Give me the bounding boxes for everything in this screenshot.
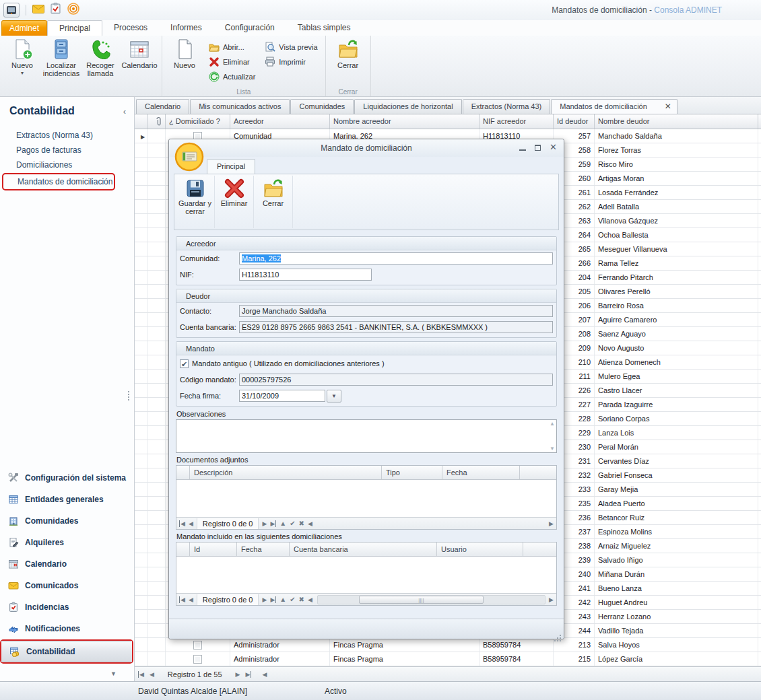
- first-record-icon[interactable]: ◀: [179, 596, 185, 603]
- sidebar-item-comunicados[interactable]: Comunicados: [0, 575, 134, 596]
- scroll-down-icon[interactable]: ▼: [550, 446, 555, 452]
- prev-record-icon[interactable]: ◀: [150, 671, 154, 678]
- next-record-icon[interactable]: ▶: [262, 520, 267, 527]
- doc-tab-extractos[interactable]: Extractos (Norma 43): [463, 99, 551, 114]
- col-domiciliado[interactable]: ¿ Domiciliado ?: [166, 114, 230, 129]
- recoger-llamada-button[interactable]: Recoger llamada: [81, 37, 120, 85]
- tab-close-icon[interactable]: ✕: [665, 100, 671, 114]
- scrollbar-thumb[interactable]: [359, 596, 484, 604]
- sidebar-splitter-handle[interactable]: [128, 391, 129, 392]
- dialog-tab-principal[interactable]: Principal: [207, 159, 255, 174]
- insert-record-icon[interactable]: ▲: [279, 520, 286, 527]
- doc-col-fecha[interactable]: Fecha: [442, 466, 520, 479]
- last-record-icon[interactable]: ▶: [270, 596, 276, 603]
- cuenta-bancaria-field[interactable]: ES29 0128 8975 2665 9863 2541 - BANKINTE…: [239, 321, 553, 333]
- abrir-button[interactable]: Abrir...: [207, 41, 257, 53]
- dom-col-id[interactable]: Id: [190, 542, 237, 556]
- commit-icon[interactable]: ✔: [290, 596, 295, 603]
- scroll-left-icon[interactable]: ◀: [308, 520, 312, 527]
- table-row[interactable]: Administrador Fincas Pragma B58959784 21…: [135, 652, 761, 666]
- dom-col-usuario[interactable]: Usuario: [437, 542, 523, 556]
- commit-icon[interactable]: ✔: [290, 520, 295, 527]
- col-nombre-deudor[interactable]: Nombre deudor: [595, 114, 758, 129]
- broadcast-icon[interactable]: [67, 2, 80, 18]
- imprimir-button[interactable]: Imprimir: [263, 56, 319, 67]
- mandato-antiguo-checkbox[interactable]: ✔: [180, 359, 189, 368]
- table-row[interactable]: Administrador Fincas Pragma B58959784 21…: [135, 638, 761, 652]
- eliminar-button[interactable]: Eliminar: [207, 56, 257, 67]
- ribbon-tab-tablas-simples[interactable]: Tablas simples: [286, 20, 362, 36]
- minimize-icon[interactable]: [519, 145, 526, 151]
- ribbon-tab-configuracion[interactable]: Configuración: [213, 20, 286, 36]
- last-record-icon[interactable]: ▶: [270, 520, 276, 527]
- sidebar-item-calendario[interactable]: Calendario: [0, 553, 134, 575]
- fecha-dropdown-button[interactable]: ▼: [327, 390, 341, 403]
- restore-icon[interactable]: [535, 145, 541, 151]
- nuevo-button[interactable]: Nuevo ▾: [3, 37, 42, 85]
- doc-tab-calendario[interactable]: Calendario: [136, 99, 189, 114]
- documentos-table-body[interactable]: [176, 480, 556, 517]
- observaciones-textarea[interactable]: ▲ ▼: [176, 419, 557, 453]
- mail-icon[interactable]: [32, 4, 44, 16]
- resize-grip-icon[interactable]: [560, 635, 561, 636]
- col-nif-acreedor[interactable]: NIF acreedor: [479, 114, 554, 129]
- dom-col-fecha[interactable]: Fecha: [237, 542, 290, 556]
- sidebar-item-configuracion-sistema[interactable]: Configuración del sistema: [0, 467, 134, 489]
- doc-col-descripcion[interactable]: Descripción: [190, 466, 382, 479]
- close-icon[interactable]: ✕: [550, 143, 557, 152]
- sidebar-item-comunidades[interactable]: Comunidades: [0, 510, 134, 532]
- lista-nuevo-button[interactable]: Nuevo: [165, 37, 204, 85]
- codigo-mandato-field[interactable]: 000025797526: [239, 374, 553, 386]
- sidebar-overflow-arrow-icon[interactable]: ▼: [110, 670, 117, 677]
- sidebar-item-entidades-generales[interactable]: Entidades generales: [0, 489, 134, 510]
- scroll-right-icon[interactable]: ▶: [549, 596, 554, 603]
- phone-device-icon[interactable]: [3, 3, 20, 18]
- sidebar-item-contabilidad[interactable]: Contabilidad: [1, 641, 132, 662]
- doc-tab-comunidades[interactable]: Comunidades: [290, 99, 354, 114]
- scroll-left-icon[interactable]: ◀: [262, 671, 267, 678]
- sidebar-link-extractos[interactable]: Extractos (Norma 43): [0, 128, 134, 143]
- vista-previa-button[interactable]: Vista previa: [263, 41, 319, 53]
- dialog-cerrar-button[interactable]: Cerrar: [254, 176, 293, 228]
- calendario-button[interactable]: Calendario: [120, 37, 159, 85]
- insert-record-icon[interactable]: ▲: [279, 596, 286, 603]
- cancel-icon[interactable]: ✖: [299, 520, 304, 527]
- dialog-eliminar-button[interactable]: Eliminar: [215, 176, 254, 228]
- cerrar-button[interactable]: Cerrar: [329, 37, 368, 85]
- clipboard-check-icon[interactable]: [51, 3, 61, 17]
- doc-tab-mandatos[interactable]: Mandatos de domiciliación ✕: [551, 99, 677, 114]
- col-nombre-acreedor[interactable]: Nombre acreedor: [330, 114, 479, 129]
- cancel-icon[interactable]: ✖: [299, 596, 304, 603]
- doc-col-tipo[interactable]: Tipo: [382, 466, 442, 479]
- dom-col-cuenta[interactable]: Cuenta bancaria: [290, 542, 437, 556]
- first-record-icon[interactable]: ◀: [179, 520, 185, 527]
- dialog-titlebar[interactable]: Mandato de domiciliación: [169, 139, 564, 157]
- prev-record-icon[interactable]: ◀: [189, 596, 193, 603]
- sidebar-item-alquileres[interactable]: Alquileres: [0, 532, 134, 553]
- domiciliado-checkbox[interactable]: [193, 641, 202, 650]
- contacto-field[interactable]: Jorge Manchado Saldaña: [239, 305, 553, 317]
- doc-tab-comunicados[interactable]: Mis comunicados activos: [190, 99, 290, 114]
- actualizar-button[interactable]: Actualizar: [207, 71, 257, 82]
- horizontal-scrollbar[interactable]: [317, 595, 545, 604]
- domiciliado-checkbox[interactable]: [193, 655, 202, 664]
- nif-field[interactable]: H11813110: [239, 269, 372, 281]
- col-id-deudor[interactable]: Id deudor: [554, 114, 595, 129]
- comunidad-field[interactable]: Marina, 262: [239, 252, 553, 265]
- scroll-up-icon[interactable]: ▲: [550, 421, 555, 427]
- doc-tab-liquidaciones[interactable]: Liquidaciones de horizontal: [354, 99, 461, 114]
- domiciliaciones-table-body[interactable]: [176, 557, 556, 593]
- next-record-icon[interactable]: ▶: [262, 596, 267, 603]
- application-button[interactable]: Adminet: [1, 20, 47, 36]
- ribbon-tab-principal[interactable]: Principal: [47, 20, 102, 36]
- localizar-incidencias-button[interactable]: Localizar incidencias: [42, 37, 81, 85]
- col-acreedor[interactable]: Acreedor: [230, 114, 330, 129]
- sidebar-link-pagos[interactable]: Pagos de facturas: [0, 143, 134, 158]
- sidebar-link-domiciliaciones[interactable]: Domiciliaciones: [0, 158, 134, 172]
- sidebar-item-incidencias[interactable]: Incidencias: [0, 596, 134, 618]
- guardar-y-cerrar-button[interactable]: Guardar y cerrar: [176, 176, 215, 228]
- next-record-icon[interactable]: ▶: [236, 671, 240, 678]
- scroll-left-icon[interactable]: ◀: [308, 596, 312, 603]
- first-record-icon[interactable]: ◀: [138, 671, 144, 678]
- sidebar-link-mandatos[interactable]: Mandatos de domiciliación: [3, 174, 114, 189]
